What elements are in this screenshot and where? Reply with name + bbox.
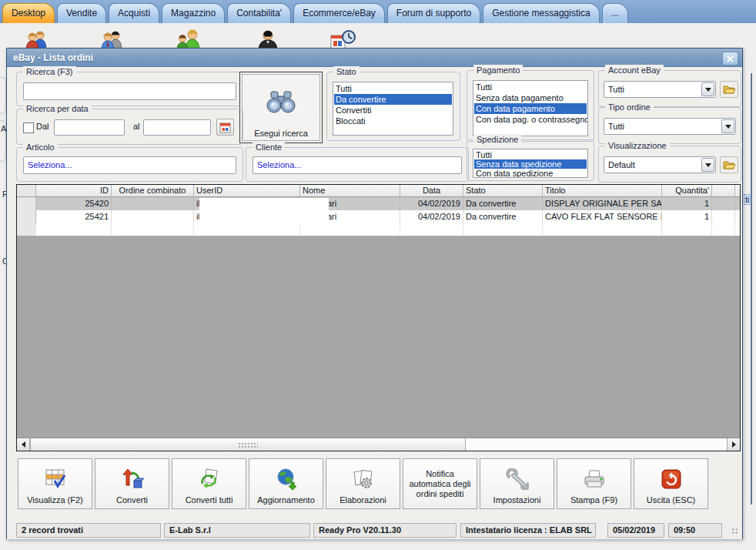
convert-all-icon: [198, 468, 221, 490]
group-stato-label: Stato: [333, 66, 360, 77]
close-icon: [727, 55, 734, 62]
tab-vendite[interactable]: Vendite: [57, 3, 106, 23]
background-window-edge: [751, 73, 752, 505]
list-item[interactable]: Con data spedizione: [474, 169, 587, 178]
tipo-ordine-value: Tutti: [608, 119, 624, 134]
chevron-down-icon[interactable]: [701, 82, 714, 96]
list-item[interactable]: Con data pag. o contrassegno: [474, 114, 587, 125]
dal-checkbox[interactable]: [23, 122, 34, 133]
list-item[interactable]: Tutti: [474, 82, 587, 92]
cell-data: 04/02/2019: [400, 197, 463, 210]
tab-ecommerce-ebay[interactable]: Ecommerce/eBay: [293, 3, 385, 23]
list-item[interactable]: Bloccati: [334, 116, 452, 126]
close-button[interactable]: [722, 52, 738, 65]
tab-forum-di-supporto[interactable]: Forum di supporto: [387, 3, 480, 23]
data-dal-input[interactable]: [54, 119, 125, 136]
account-ebay-select[interactable]: Tutti: [604, 81, 716, 98]
notifica-automatica-button[interactable]: Notifica automatica degli ordini spediti: [403, 458, 477, 509]
column-header-userid[interactable]: UserID: [194, 185, 300, 197]
articolo-seleziona-link[interactable]: Seleziona...: [28, 160, 72, 169]
scrollbar-thumb[interactable]: [30, 438, 466, 451]
column-header-ordine-combinato[interactable]: Ordine combinato: [112, 185, 194, 197]
visualizzazione-folder-button[interactable]: [720, 156, 738, 173]
tab-more[interactable]: ...: [602, 3, 628, 23]
row-selector[interactable]: [17, 197, 36, 210]
esegui-ricerca-button[interactable]: Esegui ricerca: [239, 72, 323, 143]
impostazioni-button[interactable]: Impostazioni: [480, 458, 554, 509]
column-header-quantita[interactable]: Quantita': [662, 185, 712, 197]
cell-quantita: 1: [662, 197, 712, 210]
horizontal-scrollbar[interactable]: [17, 438, 740, 451]
resize-grip[interactable]: [731, 528, 738, 535]
dal-label: Dal: [36, 122, 49, 131]
group-stato: Stato Tutti Da convertire Convertiti Blo…: [326, 72, 460, 141]
stampa-button[interactable]: Stampa (F9): [557, 458, 631, 509]
tab-gestione-messaggistica[interactable]: Gestione messaggistica: [483, 3, 599, 23]
scroll-right-button[interactable]: [727, 438, 740, 451]
group-cliente-label: Cliente: [253, 142, 285, 153]
list-item[interactable]: Convertiti: [334, 105, 452, 116]
status-company: E-Lab S.r.l: [164, 523, 310, 538]
table-row-empty[interactable]: [17, 223, 740, 236]
data-al-input[interactable]: [143, 119, 211, 136]
tab-magazzino[interactable]: Magazzino: [162, 3, 225, 23]
calendar-picker-button[interactable]: [216, 119, 234, 136]
cliente-seleziona-link[interactable]: Seleziona...: [257, 160, 301, 169]
articolo-picker[interactable]: Seleziona...: [23, 156, 236, 174]
row-selector: [17, 223, 36, 236]
group-ricerca: Ricerca (F3): [16, 72, 243, 106]
visualizzazione-select[interactable]: Default: [604, 156, 716, 173]
list-item[interactable]: Tutti: [334, 83, 452, 94]
list-item[interactable]: Senza data pagamento: [474, 92, 587, 103]
group-pagamento: Pagamento Tutti Senza data pagamento Con…: [467, 70, 594, 142]
tipo-ordine-select[interactable]: Tutti: [604, 118, 736, 135]
group-ricerca-label: Ricerca (F3): [23, 66, 76, 77]
column-header-stato[interactable]: Stato: [463, 185, 543, 197]
converti-tutti-button[interactable]: Converti tutti: [172, 458, 246, 509]
status-version: Ready Pro V20.11.30: [313, 523, 457, 538]
list-item[interactable]: Tutti: [474, 150, 587, 159]
cell-quantita: 1: [662, 210, 712, 223]
scroll-left-button[interactable]: [17, 438, 30, 451]
chevron-down-icon[interactable]: [721, 119, 734, 133]
al-label: al: [133, 122, 140, 131]
table-row[interactable]: 25421 il ari 04/02/2019 Da convertire CA…: [17, 210, 740, 223]
account-folder-button[interactable]: [720, 81, 738, 98]
calendar-icon: [219, 122, 231, 133]
row-selector[interactable]: [17, 210, 36, 223]
column-header-id[interactable]: ID: [36, 185, 112, 197]
list-item[interactable]: Da convertire: [334, 94, 452, 105]
folder-icon: [722, 84, 736, 95]
group-visualizzazione-label: Visualizzazione: [605, 140, 670, 151]
group-tipo-ordine: Tipo ordine Tutti: [598, 107, 741, 144]
search-input[interactable]: [23, 82, 236, 100]
column-header-titolo[interactable]: Titolo: [543, 185, 662, 197]
converti-button[interactable]: Converti: [95, 458, 169, 509]
chevron-down-icon[interactable]: [701, 158, 714, 172]
column-header-extra: [712, 185, 735, 197]
visualizzazione-value: Default: [608, 157, 635, 173]
list-item[interactable]: Con data pagamento: [474, 103, 587, 114]
tab-contabilita[interactable]: Contabilita': [227, 3, 291, 23]
visualizza-button[interactable]: Visualizza (F2): [18, 458, 92, 509]
group-articolo: Articolo Seleziona...: [16, 147, 243, 182]
aggiornamento-button[interactable]: Aggiornamento: [249, 458, 323, 509]
uscita-button[interactable]: Uscita (ESC): [634, 458, 708, 509]
globe-download-icon: [275, 468, 298, 490]
row-selector-header: [17, 185, 36, 197]
tab-acquisti[interactable]: Acquisti: [109, 3, 159, 23]
cliente-picker[interactable]: Seleziona...: [253, 156, 462, 174]
cell-extra: [712, 197, 735, 210]
redaction-overlay: [199, 198, 329, 223]
scrollbar-track[interactable]: [466, 438, 727, 451]
main-tab-bar: Desktop Vendite Acquisti Magazzino Conta…: [0, 0, 756, 23]
table-row[interactable]: 25420 il ari 04/02/2019 Da convertire DI…: [17, 197, 740, 210]
group-pagamento-label: Pagamento: [473, 65, 523, 75]
column-header-nome[interactable]: Nome: [300, 185, 400, 197]
elaborazioni-button[interactable]: Elaborazioni: [326, 458, 400, 509]
tab-desktop[interactable]: Desktop: [2, 3, 55, 23]
list-item[interactable]: Senza data spedizione: [474, 159, 587, 169]
column-header-data[interactable]: Data: [400, 185, 463, 197]
cell-data: 04/02/2019: [400, 210, 463, 223]
esegui-ricerca-inner: Esegui ricerca: [242, 74, 320, 141]
